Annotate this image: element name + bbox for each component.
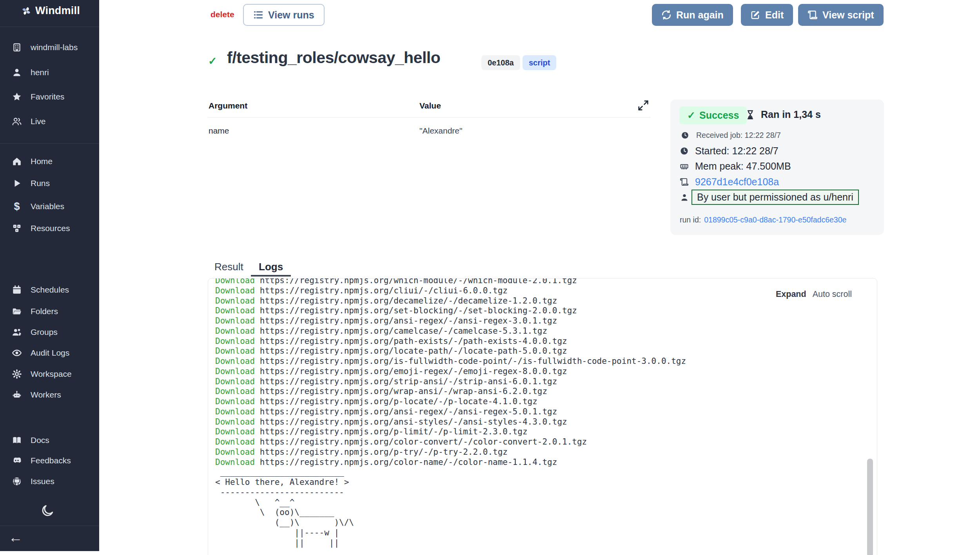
maximize-args-button[interactable] [637, 99, 649, 111]
log-download-tag: Download [215, 278, 255, 285]
log-line: Downloadhttps://registry.npmjs.org/emoji… [215, 367, 877, 377]
tab-result[interactable]: Result [207, 259, 251, 275]
log-line: Downloadhttps://registry.npmjs.org/p-loc… [215, 397, 877, 407]
users-icon [12, 116, 22, 127]
script-hash-link[interactable]: 9267d1e4cf0e108a [695, 176, 779, 188]
log-line: Downloadhttps://registry.npmjs.org/color… [215, 457, 877, 468]
scroll-icon [808, 10, 818, 20]
cowsay-line: ||----w | [215, 528, 877, 538]
log-download-tag: Download [215, 346, 255, 356]
job-kind-badge: script [523, 55, 556, 70]
autoscroll-toggle[interactable]: Auto scroll [813, 289, 852, 299]
column-header-argument: Argument [209, 101, 247, 110]
github-icon [12, 476, 22, 486]
log-toolbar: Expand Auto scroll [776, 289, 852, 299]
sidebar-item-audit-logs[interactable]: Audit Logs [12, 344, 69, 362]
sidebar-item-variables[interactable]: $ Variables [12, 198, 64, 215]
sidebar-item-label: Issues [31, 477, 54, 486]
tab-logs[interactable]: Logs [251, 259, 291, 277]
log-download-tag: Download [215, 306, 255, 315]
gear-icon [12, 369, 22, 379]
star-icon [12, 92, 22, 102]
sidebar-item-groups[interactable]: Groups [12, 324, 58, 341]
log-line: Downloadhttps://registry.npmjs.org/wrap-… [215, 387, 877, 397]
log-line: Downloadhttps://registry.npmjs.org/ansi-… [215, 417, 877, 427]
run-again-button[interactable]: Run again [652, 4, 733, 26]
sidebar-item-schedules[interactable]: Schedules [12, 281, 69, 298]
sidebar-item-resources[interactable]: Resources [12, 220, 70, 237]
delete-button[interactable]: delete [211, 10, 234, 19]
collapse-sidebar-button[interactable]: ← [9, 530, 23, 545]
sidebar-item-label: Home [31, 157, 53, 166]
sidebar-item-label: henri [31, 68, 49, 77]
success-check-icon: ✓ [208, 55, 217, 67]
status-label: Success [699, 110, 739, 121]
run-id-link[interactable]: 01899c05-c9a0-d8ac-1790-e50fadc6e30e [704, 215, 846, 224]
book-open-icon [12, 435, 22, 445]
log-viewer[interactable]: Downloadhttps://registry.npmjs.org/which… [208, 278, 877, 555]
cowsay-line: < Hello there, Alexandre! > [215, 477, 877, 488]
windmill-logo[interactable]: Windmill [21, 5, 80, 17]
log-download-tag: Download [215, 437, 255, 447]
log-line: Downloadhttps://registry.npmjs.org/path-… [215, 336, 877, 347]
sidebar-item-label: Resources [31, 224, 70, 233]
sidebar-item-workspace-settings[interactable]: Workspace [12, 365, 72, 383]
dark-mode-toggle[interactable] [40, 504, 54, 518]
sidebar-item-feedbacks[interactable]: Feedbacks [12, 452, 71, 469]
sidebar-item-favorites[interactable]: Favorites [12, 88, 64, 105]
sidebar-item-issues[interactable]: Issues [12, 473, 54, 490]
started-text: Started: 12:22 28/7 [695, 145, 779, 157]
log-download-tag: Download [215, 407, 255, 416]
received-row: Received job: 12:22 28/7 [681, 131, 781, 140]
log-download-tag: Download [215, 427, 255, 436]
arg-name-cell: name [209, 126, 229, 136]
script-hash-row: 9267d1e4cf0e108a [680, 176, 779, 188]
robot-icon [12, 390, 22, 400]
log-line: Downloadhttps://registry.npmjs.org/is-fu… [215, 356, 877, 367]
view-runs-label: View runs [268, 9, 314, 21]
job-status-card: ✓ Success Ran in 1,34 s Received job: 12… [670, 99, 884, 235]
refresh-icon [661, 10, 671, 20]
cowsay-line: ------------------------- [215, 488, 877, 498]
sidebar: Windmill windmill-labs henri Favorites [0, 0, 99, 551]
hourglass-icon [745, 110, 755, 120]
cowsay-line: || || [215, 538, 877, 548]
log-line: Downloadhttps://registry.npmjs.org/p-try… [215, 447, 877, 457]
sidebar-item-label: Schedules [31, 285, 69, 295]
run-id-row: run id: 01899c05-c9a0-d8ac-1790-e50fadc6… [680, 215, 846, 224]
list-icon [253, 10, 263, 20]
check-icon: ✓ [687, 110, 695, 121]
page-title: f/testing_roles/cowsay_hello [227, 49, 440, 67]
dollar-icon: $ [12, 201, 22, 212]
sidebar-item-label: Runs [31, 179, 50, 188]
sidebar-item-label: Workspace [31, 369, 72, 379]
sidebar-item-workspace-switcher[interactable]: windmill-labs [12, 39, 78, 56]
moon-icon [40, 504, 54, 518]
expand-logs-button[interactable]: Expand [776, 289, 806, 299]
edit-label: Edit [765, 9, 784, 21]
sidebar-item-runs[interactable]: Runs [12, 175, 50, 192]
log-download-tag: Download [215, 417, 255, 427]
log-scrollbar-thumb[interactable] [867, 459, 873, 555]
log-download-tag: Download [215, 367, 255, 376]
sidebar-item-user[interactable]: henri [12, 64, 49, 81]
boxes-icon [12, 223, 22, 233]
log-line: Downloadhttps://registry.npmjs.org/set-b… [215, 306, 877, 316]
sidebar-divider [0, 143, 99, 144]
cowsay-line: \ (oo)\_______ [215, 508, 877, 518]
view-script-button[interactable]: View script [798, 4, 884, 26]
sidebar-item-live[interactable]: Live [12, 113, 46, 130]
mem-peak-row: Mem peak: 47.500MB [680, 161, 791, 172]
view-runs-button[interactable]: View runs [243, 4, 325, 26]
run-id-label: run id: [680, 215, 701, 224]
sidebar-item-workers[interactable]: Workers [12, 386, 61, 403]
sidebar-item-folders[interactable]: Folders [12, 303, 58, 320]
edit-button[interactable]: Edit [741, 4, 793, 26]
sidebar-item-home[interactable]: Home [12, 153, 53, 170]
cowsay-line: _________________________ [215, 467, 877, 477]
memory-icon [680, 162, 689, 171]
log-line: Downloadhttps://registry.npmjs.org/ansi-… [215, 407, 877, 417]
started-row: Started: 12:22 28/7 [680, 145, 779, 157]
view-script-label: View script [822, 9, 874, 21]
sidebar-item-docs[interactable]: Docs [12, 432, 49, 449]
